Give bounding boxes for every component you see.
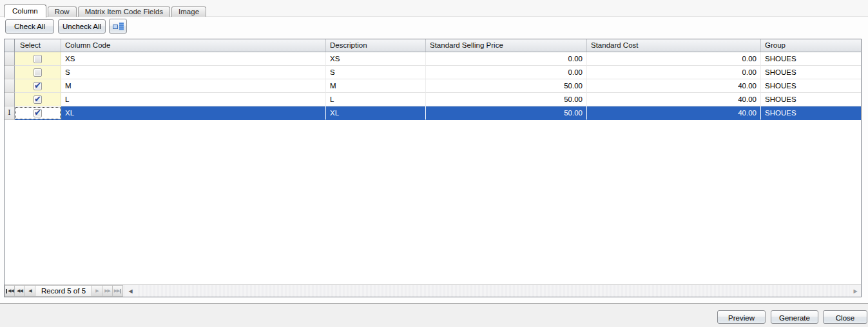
- group-cell[interactable]: SHOUES: [761, 79, 861, 93]
- description-cell[interactable]: M: [326, 79, 426, 93]
- scroll-right-icon[interactable]: ▶: [850, 285, 861, 297]
- column-code-cell[interactable]: XL: [61, 106, 326, 120]
- check-all-button[interactable]: Check All: [5, 19, 54, 34]
- row-indicator-cell[interactable]: I: [5, 106, 15, 120]
- nav-last-record-button[interactable]: ▶▶: [113, 285, 123, 297]
- row-checkbox[interactable]: [34, 68, 42, 77]
- row-checkbox[interactable]: [34, 82, 42, 90]
- record-count-label: Record 5 of 5: [35, 285, 92, 297]
- standard-cost-cell[interactable]: 0.00: [587, 66, 761, 79]
- nav-prev-page-button[interactable]: ◀◀: [15, 285, 25, 297]
- grid-row[interactable]: L L 50.00 40.00 SHOUES: [5, 93, 861, 106]
- last-record-icon: ▶▶: [114, 288, 120, 293]
- standard-selling-price-cell[interactable]: 0.00: [426, 52, 587, 66]
- close-button[interactable]: Close: [823, 310, 867, 324]
- grid-row[interactable]: XS XS 0.00 0.00 SHOUES: [5, 52, 861, 66]
- nav-prev-record-button[interactable]: ◀: [25, 285, 35, 297]
- row-checkbox[interactable]: [34, 55, 42, 63]
- column-code-cell[interactable]: L: [61, 93, 326, 106]
- column-code-cell[interactable]: S: [61, 66, 326, 79]
- record-navigator: ◀◀ ◀◀ ◀ Record 5 of 5 ▶ ▶▶ ▶▶: [5, 285, 123, 297]
- grid-row[interactable]: S S 0.00 0.00 SHOUES: [5, 66, 861, 79]
- column-header-standard-selling-price[interactable]: Standard Selling Price: [426, 39, 587, 52]
- group-cell[interactable]: SHOUES: [761, 93, 861, 106]
- grid-row[interactable]: I XL XL 50.00 40.00 SHOUES: [5, 106, 861, 120]
- standard-cost-cell[interactable]: 40.00: [587, 106, 761, 120]
- row-checkbox[interactable]: [34, 95, 42, 104]
- nav-first-record-button[interactable]: ◀◀: [5, 285, 15, 297]
- description-cell[interactable]: XL: [326, 106, 426, 120]
- next-page-icon: ▶▶: [104, 288, 110, 293]
- scrollbar-track[interactable]: [136, 285, 850, 297]
- prev-page-icon: ◀◀: [17, 288, 23, 293]
- tab-row[interactable]: Row: [48, 6, 77, 17]
- grid-rows: XS XS 0.00 0.00 SHOUES S S 0.00 0.00 SHO…: [5, 52, 861, 284]
- select-cell[interactable]: [15, 93, 61, 106]
- column-header-description[interactable]: Description: [326, 39, 426, 52]
- column-header-column-code[interactable]: Column Code: [61, 39, 326, 52]
- list-detail-icon: [113, 23, 124, 30]
- grid-header-row: Select Column Code Description Standard …: [5, 39, 861, 52]
- row-indicator-cell[interactable]: [5, 79, 15, 93]
- tab-strip: Column Row Matrix Item Code Fields Image: [4, 4, 207, 17]
- matrix-grid: Select Column Code Description Standard …: [4, 39, 862, 297]
- group-cell[interactable]: SHOUES: [761, 106, 861, 120]
- standard-selling-price-cell[interactable]: 50.00: [426, 93, 587, 106]
- column-code-cell[interactable]: M: [61, 79, 326, 93]
- row-indicator-cell[interactable]: [5, 66, 15, 79]
- standard-selling-price-cell[interactable]: 50.00: [426, 106, 587, 120]
- generate-button[interactable]: Generate: [771, 310, 818, 324]
- uncheck-all-button[interactable]: Uncheck All: [58, 19, 106, 34]
- edit-ibeam-icon: I: [8, 110, 10, 116]
- column-code-cell[interactable]: XS: [61, 52, 326, 66]
- select-cell[interactable]: [15, 79, 61, 93]
- standard-cost-cell[interactable]: 40.00: [587, 93, 761, 106]
- column-header-group[interactable]: Group: [761, 39, 861, 52]
- main-panel: Column Row Matrix Item Code Fields Image…: [0, 0, 868, 304]
- preview-button[interactable]: Preview: [717, 310, 766, 324]
- standard-cost-cell[interactable]: 0.00: [587, 52, 761, 66]
- group-cell[interactable]: SHOUES: [761, 52, 861, 66]
- description-cell[interactable]: XS: [326, 52, 426, 66]
- tab-matrix-item-code-fields[interactable]: Matrix Item Code Fields: [78, 6, 170, 17]
- nav-next-page-button[interactable]: ▶▶: [102, 285, 113, 297]
- select-cell[interactable]: [15, 106, 61, 120]
- first-record-icon: ◀◀: [8, 288, 14, 293]
- row-checkbox[interactable]: [34, 109, 42, 117]
- group-cell[interactable]: SHOUES: [761, 66, 861, 79]
- description-cell[interactable]: S: [326, 66, 426, 79]
- row-indicator-cell[interactable]: [5, 93, 15, 106]
- column-header-select[interactable]: Select: [15, 39, 61, 52]
- description-cell[interactable]: L: [326, 93, 426, 106]
- scroll-left-icon[interactable]: ◀: [125, 285, 136, 297]
- select-cell[interactable]: [15, 52, 61, 66]
- record-navigator-strip: ◀◀ ◀◀ ◀ Record 5 of 5 ▶ ▶▶ ▶▶ ◀ ▶: [5, 284, 861, 297]
- row-indicator-header-cell: [5, 39, 15, 52]
- standard-selling-price-cell[interactable]: 50.00: [426, 79, 587, 93]
- view-options-button[interactable]: [109, 19, 127, 34]
- tab-column[interactable]: Column: [4, 5, 46, 17]
- standard-selling-price-cell[interactable]: 0.00: [426, 66, 587, 79]
- horizontal-scrollbar[interactable]: ◀ ▶: [125, 285, 861, 297]
- nav-next-record-button[interactable]: ▶: [92, 285, 102, 297]
- grid-row[interactable]: M M 50.00 40.00 SHOUES: [5, 79, 861, 93]
- next-record-icon: ▶: [95, 288, 98, 293]
- standard-cost-cell[interactable]: 40.00: [587, 79, 761, 93]
- column-header-standard-cost[interactable]: Standard Cost: [587, 39, 761, 52]
- footer-bar: Preview Generate Close: [0, 304, 868, 327]
- select-cell[interactable]: [15, 66, 61, 79]
- tab-image[interactable]: Image: [171, 6, 206, 17]
- prev-record-icon: ◀: [28, 288, 31, 293]
- row-indicator-cell[interactable]: [5, 52, 15, 66]
